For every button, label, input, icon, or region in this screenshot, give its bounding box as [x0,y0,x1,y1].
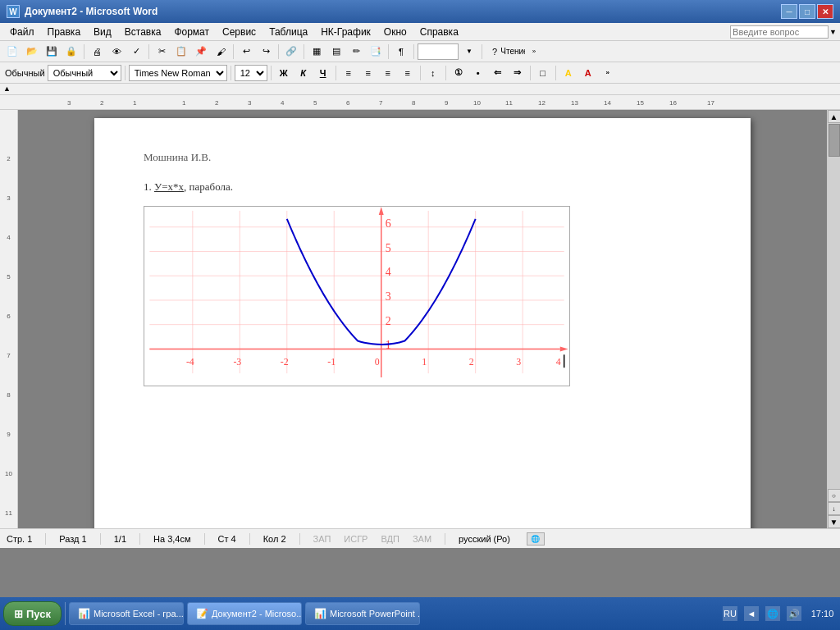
ruler-horizontal: 3 2 1 1 2 3 4 5 6 7 8 9 10 11 12 13 14 1… [0,95,840,110]
taskbar-powerpoint[interactable]: 📊 Microsoft PowerPoint ... [305,602,420,625]
toolbar-options[interactable]: » [525,43,543,60]
cut-button[interactable]: ✂ [153,43,171,60]
docmap-button[interactable]: 📑 [367,43,385,60]
scroll-track[interactable] [828,123,840,489]
ruler-mark-16: 9 [0,431,17,445]
format-options[interactable]: » [599,65,617,81]
align-right-button[interactable]: ≡ [379,65,397,81]
border-button[interactable]: □ [534,65,552,81]
language-icon[interactable]: 🌐 [527,532,545,546]
svg-text:4: 4 [386,266,391,278]
scroll-next-page-btn[interactable]: ↓ [828,502,841,515]
menu-insert[interactable]: Вставка [118,25,168,39]
format-toolbar: Обычный Обычный Times New Roman 12 Ж К Ч… [0,62,840,84]
drawing-button[interactable]: ✏ [347,43,365,60]
taskbar: ⊞ Пуск 📊 Microsoft Excel - гра... 📝 Доку… [0,597,840,630]
spell-button[interactable]: ✓ [127,43,145,60]
document-title: 1. У=х*х, парабола. [144,180,701,194]
sep-s5 [249,533,250,545]
svg-text:6: 6 [386,217,391,230]
numbering-button[interactable]: ① [450,65,468,81]
zoom-input[interactable]: 100% [418,43,459,60]
ruler-mark-14: 8 [0,391,17,406]
ruler-mark-2: 2 [0,155,17,170]
underline-button[interactable]: Ч [314,65,332,81]
menu-table[interactable]: Таблица [262,25,314,39]
search-dropdown-icon[interactable]: ▼ [829,28,837,36]
status-lang: русский (Ро) [459,534,510,544]
extra-btn1[interactable]: ▲ [3,84,13,94]
style-select[interactable]: Обычный [48,65,121,81]
scroll-thumb[interactable] [829,124,840,157]
ruler-mark-8: 5 [0,273,17,288]
format-paint-button[interactable]: 🖌 [212,43,230,60]
taskbar-word[interactable]: 📝 Документ2 - Microsо... [187,602,302,625]
bullets-button[interactable]: • [469,65,487,81]
sep-s2 [100,533,101,545]
scroll-up-button[interactable]: ▲ [828,110,841,123]
document-page: Мошнина И.В. 1. У=х*х, парабола. [94,118,751,528]
menu-edit[interactable]: Правка [41,25,88,39]
menu-nk[interactable]: НК-График [314,25,377,39]
menu-format[interactable]: Формат [167,25,216,39]
svg-text:10: 10 [473,99,481,107]
new-button[interactable]: 📄 [3,43,21,60]
open-button[interactable]: 📂 [23,43,41,60]
indent-more-button[interactable]: ⇒ [509,65,527,81]
align-left-button[interactable]: ≡ [340,65,358,81]
scrollbar-vertical[interactable]: ▲ ○ ↓ ▼ [827,110,840,528]
table-button[interactable]: ▦ [308,43,326,60]
tray-network[interactable]: 🌐 [765,606,780,621]
menu-service[interactable]: Сервис [216,25,262,39]
zoom-dropdown[interactable]: ▼ [460,43,478,60]
highlight-button[interactable]: A [559,65,578,81]
tray-speaker[interactable]: 🔊 [787,606,801,621]
close-button[interactable]: ✕ [817,4,833,19]
align-justify-button[interactable]: ≡ [399,65,417,81]
size-select[interactable]: 12 [235,65,267,81]
tray-arrow-left[interactable]: ◄ [744,606,759,621]
bold-button[interactable]: Ж [275,65,293,81]
search-input[interactable] [730,25,829,39]
print-preview-button[interactable]: 👁 [107,43,126,60]
ruler-mark-17 [0,445,17,470]
status-vdp: ВДП [381,534,399,544]
font-color-button[interactable]: A [579,65,597,81]
redo-button[interactable]: ↪ [257,43,275,60]
main-area: 2 3 4 5 6 7 8 9 10 11 Мошнина И.В. 1. У=… [0,110,840,528]
svg-text:4: 4 [556,356,561,368]
menu-view[interactable]: Вид [87,25,118,39]
excel-icon: 📊 [78,607,90,620]
maximize-button[interactable]: □ [799,4,815,19]
italic-button[interactable]: К [294,65,313,81]
tray-lang[interactable]: RU [723,606,737,621]
indent-less-button[interactable]: ⇐ [489,65,507,81]
scroll-down-button[interactable]: ▼ [828,515,841,528]
document-area[interactable]: Мошнина И.В. 1. У=х*х, парабола. [18,110,827,528]
taskbar-excel[interactable]: 📊 Microsoft Excel - гра... [69,602,184,625]
font-select[interactable]: Times New Roman [129,65,227,81]
hyperlink-button[interactable]: 🔗 [282,43,300,60]
menu-file[interactable]: Файл [3,25,41,39]
paste-button[interactable]: 📌 [192,43,210,60]
svg-text:5: 5 [386,242,391,254]
read-button[interactable]: Чтение [505,43,523,60]
svg-text:4: 4 [281,99,285,107]
start-button[interactable]: ⊞ Пуск [3,601,62,626]
ruler-mark-20: 11 [0,509,17,524]
show-all-button[interactable]: ¶ [392,43,410,60]
scroll-position-btn[interactable]: ○ [828,489,841,502]
menu-window[interactable]: Окно [377,25,413,39]
menu-help[interactable]: Справка [413,25,465,39]
minimize-button[interactable]: ─ [781,4,797,19]
align-center-button[interactable]: ≡ [359,65,377,81]
undo-button[interactable]: ↩ [237,43,255,60]
permission-button[interactable]: 🔒 [62,43,80,60]
copy-button[interactable]: 📋 [172,43,190,60]
line-spacing-button[interactable]: ↕ [424,65,442,81]
sep-fmt4 [336,66,336,80]
save-button[interactable]: 💾 [43,43,61,60]
print-button[interactable]: 🖨 [88,43,106,60]
columns-button[interactable]: ▤ [327,43,345,60]
sep-fmt3 [271,66,272,80]
